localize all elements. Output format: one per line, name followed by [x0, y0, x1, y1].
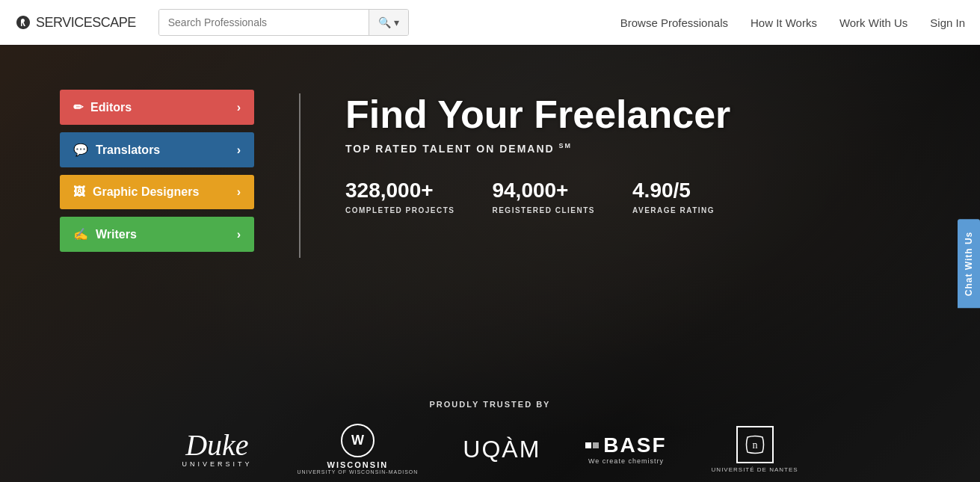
hero-divider: [299, 93, 301, 258]
search-bar: 🔍 ▾: [158, 9, 409, 36]
basf-name: BASF: [585, 433, 666, 457]
nav-sign-in[interactable]: Sign In: [930, 16, 965, 29]
nav-work-with-us[interactable]: Work With Us: [839, 16, 907, 29]
stats-bar: 328,000+ COMPLETED PROJECTS 94,000+ REGI…: [345, 179, 730, 216]
wisconsin-emblem: W: [341, 424, 375, 457]
editors-icon: ✏: [73, 100, 83, 114]
stat-projects: 328,000+ COMPLETED PROJECTS: [345, 179, 454, 216]
nav-links: Browse Professionals How It Works Work W…: [620, 16, 965, 29]
search-icon: 🔍: [378, 16, 391, 28]
projects-number: 328,000+: [345, 179, 454, 203]
hero-subtitle: TOP RATED TALENT ON DEMAND SM: [345, 142, 730, 155]
nantes-icon: n: [744, 433, 766, 456]
clients-number: 94,000+: [492, 179, 595, 203]
category-list: ✏ Editors › 💬 Translators › 🖼 Graphic De…: [60, 90, 254, 252]
translators-icon: 💬: [73, 143, 88, 157]
basf-logo: BASF We create chemistry: [585, 433, 666, 465]
nantes-box: n: [736, 426, 774, 463]
duke-name: Duke: [185, 430, 248, 460]
wisconsin-text: WISCONSIN: [327, 460, 389, 469]
logo-text: SERVICESCAPE: [36, 15, 136, 31]
rating-label: AVERAGE RATING: [632, 206, 715, 214]
writers-button[interactable]: ✍ Writers ›: [60, 217, 254, 252]
basf-sq-1: [585, 442, 591, 448]
hero-content: ✏ Editors › 💬 Translators › 🖼 Graphic De…: [0, 45, 980, 258]
logo[interactable]: SERVICESCAPE: [15, 14, 136, 31]
nantes-logo: n UNIVERSITÉ DE NANTES: [712, 426, 798, 473]
nav-browse-professionals[interactable]: Browse Professionals: [620, 16, 728, 29]
translators-button[interactable]: 💬 Translators ›: [60, 132, 254, 167]
writers-arrow: ›: [237, 228, 241, 241]
stat-rating: 4.90/5 AVERAGE RATING: [632, 179, 715, 216]
basf-sub: We create chemistry: [588, 457, 664, 465]
graphic-label: Graphic Designers: [93, 185, 199, 199]
search-button[interactable]: 🔍 ▾: [369, 10, 408, 35]
search-dropdown-icon: ▾: [394, 16, 399, 28]
chat-widget[interactable]: Chat With Us: [958, 219, 980, 308]
editors-arrow: ›: [237, 101, 241, 114]
uqam-logo: UQÀM: [463, 436, 540, 463]
rating-number: 4.90/5: [632, 179, 715, 203]
graphic-designers-button[interactable]: 🖼 Graphic Designers ›: [60, 175, 254, 209]
navbar: SERVICESCAPE 🔍 ▾ Browse Professionals Ho…: [0, 0, 980, 45]
trusted-label: PROUDLY TRUSTED BY: [0, 400, 980, 409]
duke-sub: UNIVERSITY: [182, 460, 252, 468]
hero-section: ✏ Editors › 💬 Translators › 🖼 Graphic De…: [0, 45, 980, 482]
trusted-logos: Duke UNIVERSITY W WISCONSIN UNIVERSITY O…: [0, 424, 980, 475]
editors-label: Editors: [90, 101, 132, 114]
wisconsin-sub: UNIVERSITY OF WISCONSIN-MADISON: [297, 469, 418, 475]
wisconsin-logo: W WISCONSIN UNIVERSITY OF WISCONSIN-MADI…: [297, 424, 418, 475]
graphic-arrow: ›: [237, 185, 241, 199]
clients-label: REGISTERED CLIENTS: [492, 206, 595, 214]
basf-sq-2: [593, 442, 599, 448]
trusted-section: PROUDLY TRUSTED BY Duke UNIVERSITY W WIS…: [0, 400, 980, 475]
translators-label: Translators: [96, 143, 160, 157]
graphic-icon: 🖼: [73, 185, 85, 199]
search-input[interactable]: [159, 10, 369, 35]
nav-how-it-works[interactable]: How It Works: [751, 16, 817, 29]
nantes-text: UNIVERSITÉ DE NANTES: [712, 466, 798, 473]
writers-icon: ✍: [73, 227, 88, 241]
hero-text: Find Your Freelancer TOP RATED TALENT ON…: [345, 90, 730, 216]
svg-text:n: n: [752, 439, 757, 451]
duke-logo: Duke UNIVERSITY: [182, 430, 252, 468]
logo-icon: [15, 14, 31, 31]
writers-label: Writers: [96, 228, 137, 241]
basf-squares: [585, 442, 599, 448]
hero-title: Find Your Freelancer: [345, 93, 730, 136]
stat-clients: 94,000+ REGISTERED CLIENTS: [492, 179, 595, 216]
translators-arrow: ›: [237, 143, 241, 157]
editors-button[interactable]: ✏ Editors ›: [60, 90, 254, 125]
projects-label: COMPLETED PROJECTS: [345, 206, 454, 214]
